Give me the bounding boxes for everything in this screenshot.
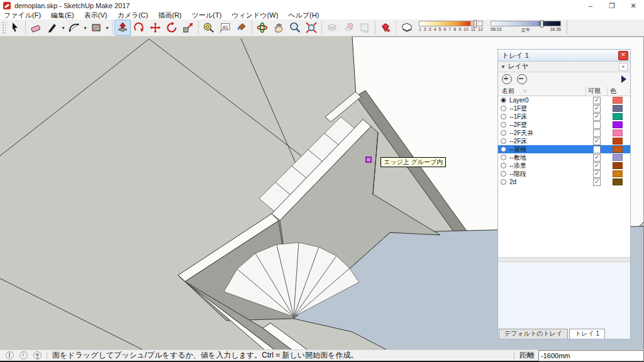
layer-visible-checkbox[interactable] [593,113,601,121]
rectangle-tool-icon[interactable] [88,19,104,36]
column-header-name[interactable]: 名前▽ [498,87,586,96]
layer-color-swatch[interactable] [613,154,623,161]
layer-color-swatch[interactable] [613,170,623,177]
column-header-visible[interactable]: 可視 [586,87,608,96]
text-tool-icon[interactable]: A1 [217,19,233,36]
paint-bucket-tool-icon[interactable] [233,19,250,36]
rectangle-tool-dropdown-icon[interactable]: ▾ [104,25,110,31]
layer-color-swatch[interactable] [613,162,623,169]
layer-visible-checkbox[interactable] [593,97,601,104]
layer-radio[interactable] [501,171,506,177]
layer-color-swatch[interactable] [613,146,623,153]
line-tool-icon[interactable] [44,19,60,36]
pan-tool-icon[interactable] [270,19,287,36]
layer-visible-checkbox[interactable] [593,138,601,145]
layer-color-swatch[interactable] [613,138,623,145]
layer-color-swatch[interactable] [613,105,623,112]
layer-details-arrow-icon[interactable] [621,75,626,83]
tab-default-tray[interactable]: デフォルトのトレイ [499,329,568,339]
tape-measure-tool-icon[interactable] [201,19,217,36]
menu-edit[interactable]: 編集(E) [51,11,74,20]
layers-section-close-icon[interactable]: × [619,63,628,71]
tab-tray-1[interactable]: トレイ 1 [569,329,605,339]
orbit-tool-icon[interactable] [254,19,270,36]
layer-radio[interactable] [501,179,506,185]
close-button[interactable]: ✕ [623,0,644,11]
measurement-input[interactable] [538,350,644,361]
arc-tool-icon[interactable] [66,19,82,36]
layer-row[interactable]: Layer0 [498,96,630,104]
layer-visible-checkbox[interactable] [593,121,601,129]
layer-color-swatch[interactable] [613,121,623,128]
menu-view[interactable]: 表示(V) [84,11,108,20]
ruby-console-icon[interactable] [377,19,394,36]
layer-radio[interactable] [501,130,506,136]
pushpull-tool-icon[interactable] [114,19,131,36]
layer-radio[interactable] [501,97,506,103]
layer-row[interactable]: --屋根 [498,145,630,153]
followme-tool-icon[interactable] [131,19,147,36]
layer-visible-checkbox[interactable] [593,178,601,186]
layer-visible-checkbox[interactable] [593,129,601,137]
layer-visible-checkbox[interactable] [593,170,601,178]
minimize-button[interactable]: – [580,0,601,11]
layer-radio[interactable] [501,122,506,128]
menu-camera[interactable]: カメラ(C) [117,11,148,20]
menu-tools[interactable]: ツール(T) [192,11,222,20]
layer-visible-checkbox[interactable] [593,154,601,162]
remove-layer-button[interactable] [517,74,527,84]
layer-color-swatch[interactable] [613,97,623,104]
component-attributes-icon-disabled[interactable] [357,19,373,36]
restore-button[interactable]: ❐ [601,0,623,11]
toolbar-grip[interactable] [1,21,6,35]
layer-row[interactable]: 2d [498,178,630,186]
layer-color-swatch[interactable] [613,129,623,136]
layer-radio[interactable] [501,146,506,152]
shadows-toggle-icon[interactable] [399,19,415,36]
collapse-caret-icon[interactable]: ▼ [501,64,506,70]
arc-tool-dropdown-icon[interactable]: ▾ [82,25,88,31]
menu-help[interactable]: ヘルプ(H) [288,11,319,20]
layer-row[interactable]: --添景 [498,162,630,170]
layer-radio[interactable] [501,163,506,168]
layer-color-swatch[interactable] [613,113,623,120]
tray-resize-handle[interactable] [498,258,630,262]
layer-row[interactable]: --2F天井 [498,129,630,137]
sign-in-icon[interactable] [33,351,42,359]
scale-tool-icon[interactable] [180,19,196,36]
layer-visible-checkbox[interactable] [593,146,601,153]
layer-color-swatch[interactable] [613,178,623,185]
menu-window[interactable]: ウィンドウ(W) [231,11,278,20]
tray-header[interactable]: トレイ 1 ✕ [498,50,630,62]
eraser-tool-icon[interactable] [28,19,44,36]
shadow-time-slider[interactable]: 06:13正午16:35 [491,21,561,35]
zoom-tool-icon[interactable] [287,19,303,36]
layer-row[interactable]: --2F床 [498,137,630,145]
layer-row[interactable]: --敷地 [498,153,630,162]
line-tool-dropdown-icon[interactable]: ▾ [60,25,66,31]
layer-radio[interactable] [501,106,506,111]
menu-file[interactable]: ファイル(F) [4,11,41,20]
layer-row[interactable]: --2F壁 [498,121,630,129]
geolocation-icon[interactable] [6,351,14,359]
layer-radio[interactable] [501,114,506,119]
component-tool-icon-disabled[interactable] [324,19,340,36]
credits-icon[interactable] [19,351,28,359]
add-layer-button[interactable] [502,74,512,84]
rotate-tool-icon[interactable] [164,19,180,36]
component-options-icon-disabled[interactable] [340,19,357,36]
layers-section-header[interactable]: ▼ レイヤ × [498,62,630,72]
layer-row[interactable]: --1F床 [498,112,630,121]
layer-radio[interactable] [501,138,506,144]
menu-draw[interactable]: 描画(R) [158,11,181,20]
layer-visible-checkbox[interactable] [593,105,601,112]
select-tool-icon[interactable] [7,19,23,36]
tray-close-icon[interactable]: ✕ [618,51,628,60]
layer-radio[interactable] [501,155,506,160]
shadow-date-slider[interactable]: 123456789101112 [419,21,483,35]
move-tool-icon[interactable] [147,19,164,36]
column-header-color[interactable]: 色 [608,87,630,96]
layer-row[interactable]: --階段 [498,170,630,178]
layer-row[interactable]: --1F壁 [498,104,630,112]
layer-visible-checkbox[interactable] [593,162,601,170]
